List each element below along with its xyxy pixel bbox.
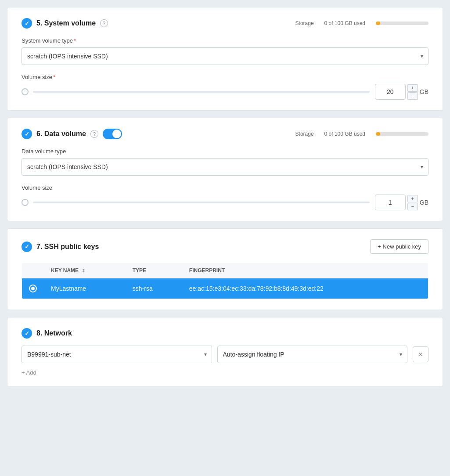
- step6-check-icon: [22, 129, 32, 139]
- system-volume-type-select[interactable]: scratch (IOPS intensive SSD): [22, 47, 428, 65]
- system-volume-increment-button[interactable]: +: [407, 84, 418, 92]
- step8-check-icon: [22, 328, 32, 339]
- system-volume-header: 5. System volume ? Storage 0 of 100 GB u…: [22, 18, 428, 29]
- step6-help-icon[interactable]: ?: [90, 130, 98, 138]
- data-volume-type-label: Data volume type: [22, 148, 428, 155]
- step5-title: 5. System volume: [36, 19, 96, 27]
- step8-title: 8. Network: [36, 329, 72, 337]
- ssh-keys-col-radio: [22, 263, 44, 278]
- system-volume-size-input[interactable]: [375, 84, 406, 100]
- network-add-button[interactable]: + Add: [22, 369, 36, 376]
- data-volume-unit-label: GB: [420, 199, 428, 206]
- ssh-key-type-cell: ssh-rsa: [126, 278, 182, 299]
- step6-storage-used: 0 of 100 GB used: [324, 131, 365, 137]
- step5-storage-used: 0 of 100 GB used: [324, 20, 365, 26]
- network-header: 8. Network: [22, 328, 428, 339]
- system-volume-size-field: Volume size* + − GB: [22, 74, 428, 100]
- ssh-key-fingerprint-cell: ee:ac:15:e3:04:ec:33:da:78:92:b8:8d:49:3…: [182, 278, 428, 299]
- system-volume-number-wrapper: + − GB: [375, 84, 428, 100]
- subnet-select-wrapper: B99991-sub-net ▾: [22, 346, 212, 363]
- system-volume-slider-thumb[interactable]: [22, 88, 29, 95]
- data-volume-decrement-button[interactable]: −: [407, 203, 418, 210]
- system-volume-slider-container: [22, 88, 370, 95]
- data-volume-size-row: + − GB: [22, 195, 428, 210]
- step5-storage-bar: [376, 22, 380, 25]
- data-volume-type-select[interactable]: scratch (IOPS intensive SSD): [22, 158, 428, 176]
- step6-title: 6. Data volume: [36, 130, 86, 138]
- ssh-keys-col-name-label: KEY NAME: [51, 267, 79, 274]
- ssh-keys-header: 7. SSH public keys + New public key: [22, 239, 428, 254]
- ssh-keys-table-body: MyLastname ssh-rsa ee:ac:15:e3:04:ec:33:…: [22, 278, 428, 299]
- step5-storage-info: Storage 0 of 100 GB used: [295, 20, 428, 26]
- step6-storage-bar-container: [376, 132, 428, 136]
- ssh-keys-table: KEY NAME ⇕ TYPE FINGERPRINT MyLastname s…: [22, 263, 428, 299]
- network-header-left: 8. Network: [22, 328, 72, 339]
- step6-storage-bar: [376, 132, 380, 136]
- step7-check-icon: [22, 242, 32, 252]
- floating-ip-select-wrapper: Auto-assign floating IP ▾: [217, 346, 408, 363]
- system-volume-header-left: 5. System volume ?: [22, 18, 108, 29]
- ssh-key-radio-button[interactable]: [29, 285, 37, 292]
- floating-ip-select[interactable]: Auto-assign floating IP: [217, 346, 408, 363]
- system-volume-slider-track: [33, 91, 370, 93]
- step6-storage-info: Storage 0 of 100 GB used: [295, 131, 428, 137]
- data-volume-size-input[interactable]: [375, 195, 406, 210]
- step5-storage-bar-container: [376, 22, 428, 25]
- data-volume-slider-track: [33, 202, 370, 203]
- data-volume-header: 6. Data volume ? Storage 0 of 100 GB use…: [22, 129, 428, 139]
- data-volume-slider-container: [22, 199, 370, 206]
- system-volume-size-label: Volume size*: [22, 74, 428, 80]
- system-volume-type-label: System volume type*: [22, 37, 428, 44]
- ssh-keys-header-left: 7. SSH public keys: [22, 242, 99, 252]
- system-volume-type-select-wrapper: scratch (IOPS intensive SSD) ▾: [22, 47, 428, 65]
- data-volume-type-field: Data volume type scratch (IOPS intensive…: [22, 148, 428, 176]
- ssh-keys-table-head: KEY NAME ⇕ TYPE FINGERPRINT: [22, 263, 428, 278]
- step6-storage-label: Storage: [295, 131, 314, 137]
- data-volume-type-select-wrapper: scratch (IOPS intensive SSD) ▾: [22, 158, 428, 176]
- ssh-key-radio-cell: [22, 278, 44, 299]
- step7-title: 7. SSH public keys: [36, 243, 99, 251]
- step5-storage-label: Storage: [295, 20, 314, 26]
- table-row[interactable]: MyLastname ssh-rsa ee:ac:15:e3:04:ec:33:…: [22, 278, 428, 299]
- system-volume-type-field: System volume type* scratch (IOPS intens…: [22, 37, 428, 65]
- network-input-row: B99991-sub-net ▾ Auto-assign floating IP…: [22, 346, 428, 363]
- subnet-select[interactable]: B99991-sub-net: [22, 346, 212, 363]
- system-volume-section: 5. System volume ? Storage 0 of 100 GB u…: [7, 7, 443, 111]
- data-volume-stepper: + −: [407, 195, 418, 210]
- ssh-key-radio-inner: [31, 287, 35, 290]
- ssh-keys-col-type: TYPE: [126, 263, 182, 278]
- data-volume-section: 6. Data volume ? Storage 0 of 100 GB use…: [7, 118, 443, 221]
- data-volume-increment-button[interactable]: +: [407, 195, 418, 202]
- step5-help-icon[interactable]: ?: [100, 19, 108, 27]
- system-volume-stepper: + −: [407, 84, 418, 100]
- data-volume-size-field: Volume size + − GB: [22, 184, 428, 210]
- ssh-keys-table-header-row: KEY NAME ⇕ TYPE FINGERPRINT: [22, 263, 428, 278]
- system-volume-size-row: + − GB: [22, 84, 428, 100]
- network-section: 8. Network B99991-sub-net ▾ Auto-assign …: [7, 317, 443, 387]
- ssh-keys-sort-icon: ⇕: [82, 268, 85, 273]
- data-volume-slider-thumb[interactable]: [22, 199, 29, 206]
- system-volume-decrement-button[interactable]: −: [407, 92, 418, 100]
- data-volume-toggle[interactable]: [103, 129, 122, 139]
- ssh-keys-section: 7. SSH public keys + New public key KEY …: [7, 228, 443, 310]
- data-volume-size-label: Volume size: [22, 184, 428, 191]
- ssh-keys-col-fingerprint: FINGERPRINT: [182, 263, 428, 278]
- data-volume-header-left: 6. Data volume ?: [22, 129, 122, 139]
- new-public-key-button[interactable]: + New public key: [370, 239, 428, 254]
- ssh-keys-col-name[interactable]: KEY NAME ⇕: [44, 263, 126, 278]
- network-remove-button[interactable]: ✕: [413, 346, 428, 362]
- data-volume-number-wrapper: + − GB: [375, 195, 428, 210]
- ssh-key-name-cell: MyLastname: [44, 278, 126, 299]
- system-volume-unit-label: GB: [420, 88, 428, 95]
- step5-check-icon: [22, 18, 32, 29]
